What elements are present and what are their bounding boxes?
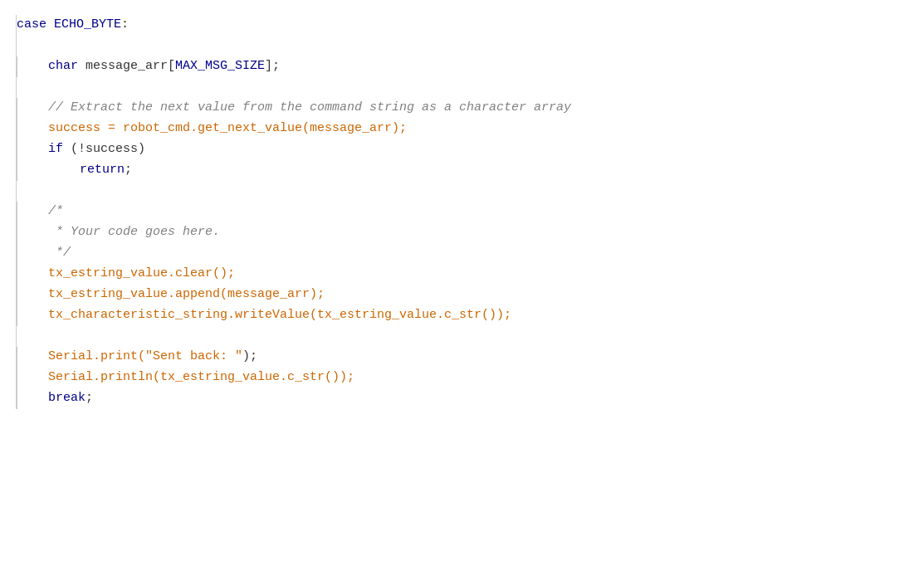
code-token: ECHO_BYTE [54, 17, 121, 32]
code-line: if (!success) [0, 139, 924, 160]
line-content: /* [48, 202, 63, 222]
left-strip [0, 36, 17, 56]
line-content: if (!success) [48, 139, 145, 160]
line-content [17, 77, 24, 98]
indent-guide [48, 160, 80, 181]
left-strip [0, 181, 17, 202]
left-strip [0, 119, 17, 139]
code-token: ; [86, 391, 93, 405]
code-line [0, 326, 924, 347]
code-token: case [17, 17, 54, 32]
indent-guide [17, 202, 48, 222]
indent-guide [17, 305, 48, 326]
line-content [17, 326, 24, 347]
code-line [0, 77, 924, 98]
left-strip [0, 326, 17, 347]
indent-guide [17, 347, 48, 368]
code-token: (!success) [63, 142, 145, 156]
left-strip [0, 222, 17, 243]
indent-guide [17, 264, 48, 285]
code-token: char [48, 59, 78, 73]
left-strip [0, 305, 17, 326]
code-token: success = robot_cmd.get_next_value(messa… [48, 121, 407, 135]
line-content: success = robot_cmd.get_next_value(messa… [48, 119, 407, 139]
line-content: Serial.println(tx_estring_value.c_str())… [48, 368, 354, 388]
code-token: tx_estring_value.append(message_arr); [48, 287, 325, 301]
code-line: tx_estring_value.append(message_arr); [0, 285, 924, 305]
code-line [0, 181, 924, 202]
left-strip [0, 98, 17, 119]
line-content: tx_estring_value.append(message_arr); [48, 285, 325, 305]
left-strip [0, 264, 17, 285]
code-token: Serial.println(tx_estring_value.c_str())… [48, 370, 354, 384]
code-line: case ECHO_BYTE: [0, 15, 924, 36]
code-line: Serial.print("Sent back: "); [0, 347, 924, 368]
code-line: char message_arr[MAX_MSG_SIZE]; [0, 56, 924, 77]
code-token: // Extract the next value from the comma… [48, 100, 571, 115]
code-line: Serial.println(tx_estring_value.c_str())… [0, 368, 924, 388]
code-line: // Extract the next value from the comma… [0, 98, 924, 119]
code-token: message_arr[ [78, 59, 175, 73]
code-token: return [80, 163, 125, 177]
indent-guide [17, 222, 48, 243]
code-block: case ECHO_BYTE: char message_arr[MAX_MSG… [0, 15, 924, 409]
code-token: Serial.print( [48, 349, 145, 363]
code-line: * Your code goes here. [0, 222, 924, 243]
indent-guide [17, 368, 48, 388]
code-line: tx_characteristic_string.writeValue(tx_e… [0, 305, 924, 326]
code-token: tx_characteristic_string.writeValue(tx_e… [48, 308, 511, 322]
left-strip [0, 388, 17, 409]
code-line: */ [0, 243, 924, 264]
line-content: tx_characteristic_string.writeValue(tx_e… [48, 305, 511, 326]
indent-guide [17, 98, 48, 119]
code-token: : [121, 17, 129, 32]
indent-guide [17, 160, 48, 181]
code-token: break [48, 391, 86, 405]
left-strip [0, 139, 17, 160]
code-token: */ [48, 246, 71, 260]
line-content: Serial.print("Sent back: "); [48, 347, 257, 368]
line-content [17, 181, 24, 202]
code-token: ; [125, 163, 132, 177]
left-strip [0, 368, 17, 388]
code-token: tx_estring_value.clear(); [48, 266, 235, 280]
code-token: /* [48, 204, 63, 218]
left-strip [0, 243, 17, 264]
indent-guide [17, 139, 48, 160]
line-content: break; [48, 388, 93, 409]
line-content: return; [80, 160, 132, 181]
line-content: tx_estring_value.clear(); [48, 264, 235, 285]
code-line: /* [0, 202, 924, 222]
indent-guide [17, 388, 48, 409]
line-content: * Your code goes here. [48, 222, 220, 243]
left-strip [0, 202, 17, 222]
left-strip [0, 15, 17, 36]
code-line: success = robot_cmd.get_next_value(messa… [0, 119, 924, 139]
line-content: case ECHO_BYTE: [17, 15, 129, 36]
indent-guide [17, 56, 48, 77]
code-token: if [48, 142, 63, 156]
left-strip [0, 77, 17, 98]
left-strip [0, 285, 17, 305]
line-content: // Extract the next value from the comma… [48, 98, 571, 119]
code-token: ]; [265, 59, 280, 73]
line-content: */ [48, 243, 71, 264]
code-token: MAX_MSG_SIZE [175, 59, 265, 73]
code-line [0, 36, 924, 56]
indent-guide [17, 243, 48, 264]
left-strip [0, 160, 17, 181]
code-container: case ECHO_BYTE: char message_arr[MAX_MSG… [0, 0, 924, 580]
line-content [17, 36, 24, 56]
code-token: * Your code goes here. [48, 225, 220, 239]
code-line: break; [0, 388, 924, 409]
line-content: char message_arr[MAX_MSG_SIZE]; [48, 56, 280, 77]
indent-guide [17, 285, 48, 305]
left-strip [0, 347, 17, 368]
left-strip [0, 56, 17, 77]
code-line: return; [0, 160, 924, 181]
indent-guide [17, 119, 48, 139]
code-token: "Sent back: " [145, 349, 242, 363]
code-token: ); [242, 349, 257, 363]
code-line: tx_estring_value.clear(); [0, 264, 924, 285]
